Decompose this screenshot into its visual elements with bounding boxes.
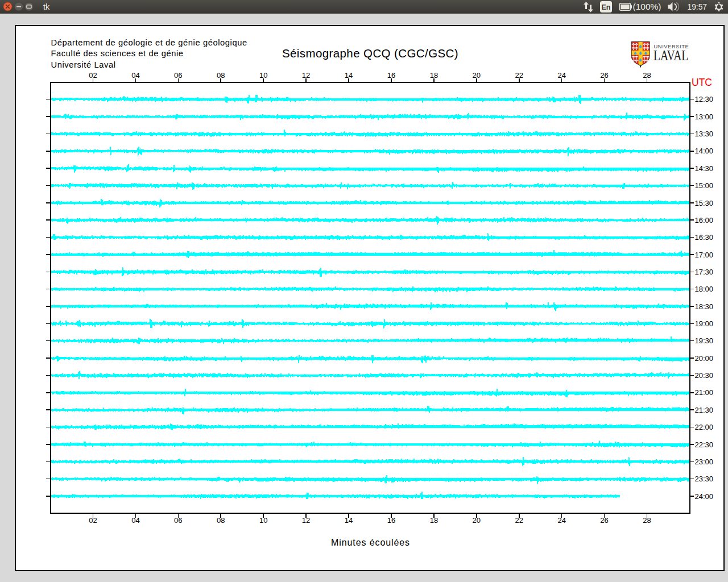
svg-text:19:30: 19:30 (695, 336, 714, 345)
svg-text:14:00: 14:00 (695, 147, 714, 155)
svg-text:24: 24 (557, 516, 565, 525)
svg-text:20:30: 20:30 (695, 371, 714, 380)
svg-text:17:00: 17:00 (695, 251, 714, 259)
svg-text:16: 16 (387, 516, 395, 525)
svg-text:17:30: 17:30 (695, 268, 714, 276)
svg-text:06: 06 (174, 71, 182, 80)
svg-text:UTC: UTC (692, 77, 712, 88)
svg-text:02: 02 (89, 516, 97, 525)
svg-text:14:30: 14:30 (695, 164, 714, 173)
svg-text:18: 18 (430, 516, 438, 525)
svg-text:28: 28 (643, 71, 651, 80)
svg-text:20: 20 (473, 71, 481, 80)
svg-text:24: 24 (557, 71, 565, 80)
svg-text:(100%): (100%) (633, 2, 661, 11)
svg-text:15:00: 15:00 (695, 181, 714, 190)
svg-text:28: 28 (643, 516, 651, 525)
svg-text:12: 12 (302, 516, 310, 525)
svg-text:26: 26 (600, 516, 608, 525)
svg-text:22: 22 (515, 516, 523, 525)
svg-text:22:00: 22:00 (695, 423, 714, 431)
svg-text:16:00: 16:00 (695, 216, 714, 225)
svg-text:En: En (602, 3, 611, 11)
svg-text:23:30: 23:30 (695, 475, 714, 483)
svg-text:12: 12 (302, 71, 310, 80)
svg-text:19:57: 19:57 (688, 3, 708, 11)
svg-text:22:30: 22:30 (695, 440, 714, 449)
svg-text:20:00: 20:00 (695, 354, 714, 363)
svg-text:16: 16 (387, 71, 395, 80)
svg-text:12:30: 12:30 (695, 95, 714, 103)
svg-text:15:30: 15:30 (695, 199, 714, 207)
svg-text:10: 10 (259, 516, 267, 525)
svg-text:20: 20 (473, 516, 481, 525)
svg-text:13:30: 13:30 (695, 130, 714, 138)
svg-text:04: 04 (131, 516, 139, 525)
svg-text:18:30: 18:30 (695, 302, 714, 311)
svg-text:21:00: 21:00 (695, 388, 714, 397)
svg-text:19:00: 19:00 (695, 319, 714, 328)
svg-text:18: 18 (430, 71, 438, 80)
svg-text:24:00: 24:00 (695, 492, 714, 501)
svg-text:04: 04 (131, 71, 139, 80)
svg-text:23:00: 23:00 (695, 458, 714, 466)
svg-text:10: 10 (259, 71, 267, 80)
svg-text:21:30: 21:30 (695, 406, 714, 414)
svg-text:13:00: 13:00 (695, 113, 714, 121)
svg-text:22: 22 (515, 71, 523, 80)
svg-text:14: 14 (345, 71, 353, 80)
svg-text:26: 26 (600, 71, 608, 80)
svg-text:08: 08 (217, 516, 225, 525)
svg-text:02: 02 (89, 71, 97, 80)
svg-text:16:30: 16:30 (695, 233, 714, 242)
svg-text:18:00: 18:00 (695, 285, 714, 293)
svg-text:08: 08 (217, 71, 225, 80)
svg-text:06: 06 (174, 516, 182, 525)
svg-text:14: 14 (345, 516, 353, 525)
